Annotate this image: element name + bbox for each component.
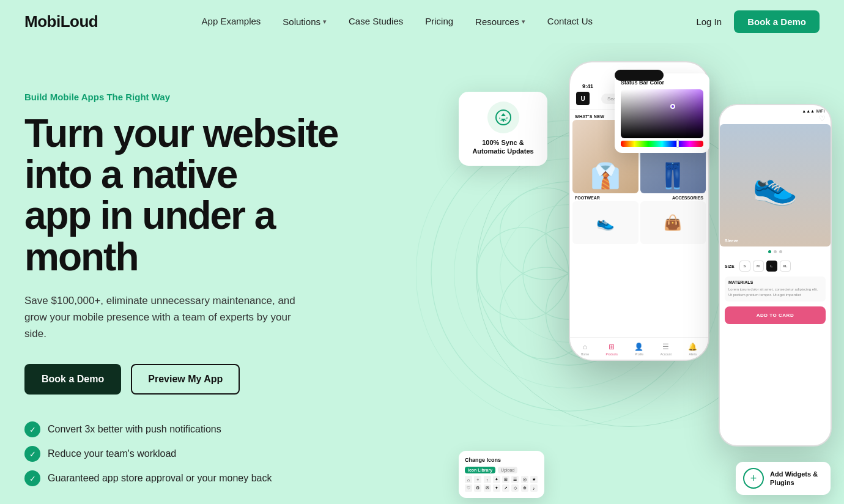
phone2-size-section: SIZE S M L XL MATERIALS Lorem ipsum dolo… <box>720 257 831 324</box>
nav-home: ⌂ Home <box>581 343 589 356</box>
nav-alerts: 🔔 Alerts <box>688 343 697 356</box>
hero-content: Build Mobile Apps The Right Way Turn you… <box>24 80 342 486</box>
phone-bag-icon <box>692 94 702 103</box>
icon-cell-5: ⊞ <box>502 476 509 483</box>
feature-label-3: Guaranteed app store approval or your mo… <box>48 473 272 484</box>
nav-links: App Examples Solutions Case Studies Pric… <box>202 16 593 27</box>
icon-cell-8: ★ <box>530 476 538 483</box>
feature-label-1: Convert 3x better with push notification… <box>48 424 221 435</box>
nav-profile: 👤 Profile <box>634 343 643 356</box>
sleeve-text: Sleeve <box>725 239 738 243</box>
feature-item-1: ✓ Convert 3x better with push notificati… <box>24 421 342 437</box>
icon-cell-9: ♡ <box>465 484 472 492</box>
nav-pricing[interactable]: Pricing <box>425 16 453 26</box>
icon-cell-14: ◇ <box>511 484 519 492</box>
top-wear-label: TOP WEAR <box>643 123 667 128</box>
hero-buttons: Book a Demo Preview My App <box>24 364 342 395</box>
hero-preview-app-button[interactable]: Preview My App <box>131 364 240 395</box>
phone-brand-logo: U <box>576 92 590 105</box>
svg-point-2 <box>523 228 615 319</box>
hero-tagline: Build Mobile Apps The Right Way <box>24 92 342 102</box>
size-xl: XL <box>780 261 791 272</box>
icon-cell-6: ☰ <box>511 476 519 483</box>
feature-item-2: ✓ Reduce your team's workload <box>24 446 342 462</box>
profile-icon: 👤 <box>634 343 643 351</box>
icons-grid: ⌂ + ↑ ✦ ⊞ ☰ ◎ ★ ♡ ⚙ ✉ ✦ ↗ ◇ ⊕ ♪ <box>465 476 538 492</box>
svg-point-9 <box>416 120 722 426</box>
change-icons-card: Change Icons Icon Library Upload ⌂ + ↑ ✦… <box>459 451 544 498</box>
check-icon-1: ✓ <box>24 421 40 437</box>
phone2-dots <box>720 246 831 257</box>
hero-title-line2: app in under a month <box>24 193 275 278</box>
hero-features: ✓ Convert 3x better with push notificati… <box>24 421 342 486</box>
phone-status-bar: 9:41 ●●● <box>570 80 708 89</box>
size-row: SIZE S M L XL <box>725 257 826 274</box>
check-icon-3: ✓ <box>24 470 40 486</box>
hero-book-demo-button[interactable]: Book a Demo <box>24 364 121 395</box>
phone2-hero-image: 👟 Sleeve <box>720 124 831 246</box>
nav-book-demo-button[interactable]: Book a Demo <box>734 10 820 33</box>
phone-content: WHAT'S NEW TOP WEAR FOOTWEAR ACCESSORIES… <box>570 109 708 246</box>
plus-icon: + <box>743 468 764 489</box>
color-picker-dot <box>670 104 675 109</box>
add-to-card-button[interactable]: ADD TO CARD <box>725 306 826 324</box>
color-spectrum <box>621 141 703 147</box>
login-link[interactable]: Log In <box>696 17 722 27</box>
phone-search: Search shoes <box>601 94 681 104</box>
nav-solutions[interactable]: Solutions <box>283 17 327 27</box>
dot-1 <box>768 250 771 253</box>
navbar: MobiLoud App Examples Solutions Case Stu… <box>0 0 844 43</box>
alerts-icon: 🔔 <box>688 343 697 351</box>
svg-point-1 <box>477 182 661 365</box>
phone-row-labels: FOOTWEAR ACCESSORIES <box>572 193 706 201</box>
shoe-tile-1: 👟 <box>572 201 639 244</box>
dot-3 <box>779 250 782 253</box>
size-l: L <box>766 261 777 272</box>
svg-point-12 <box>496 110 511 125</box>
upload-tab[interactable]: Upload <box>498 467 517 473</box>
phone-pants-image: TOP WEAR <box>640 120 706 193</box>
phone-main: 9:41 ●●● U Search shoes WHAT'S NEW TOP W… <box>569 61 709 361</box>
icon-cell-10: ⚙ <box>474 484 481 492</box>
nav-case-studies[interactable]: Case Studies <box>349 16 403 26</box>
hero-subtitle: Save $100,000+, eliminate unnecessary ma… <box>24 292 306 343</box>
icon-cell-13: ↗ <box>502 484 509 492</box>
svg-point-10 <box>454 159 684 388</box>
widgets-title: Add Widgets & Plugins <box>770 470 823 487</box>
nav-resources[interactable]: Resources <box>475 17 525 27</box>
footwear-label: FOOTWEAR <box>575 196 600 200</box>
dot-2 <box>774 250 777 253</box>
bg-pattern <box>416 120 722 426</box>
icon-cell-2: + <box>474 476 481 483</box>
hero-title-line1: Turn your website into a native <box>24 111 338 196</box>
size-s: S <box>739 261 750 272</box>
phone-notch <box>615 70 664 81</box>
heart-icon: ♡ <box>819 114 826 123</box>
icon-cell-3: ↑ <box>484 476 491 483</box>
svg-point-11 <box>500 205 638 343</box>
nav-app-examples[interactable]: App Examples <box>202 16 261 26</box>
materials-text: Lorem ipsum dolor sit amet, consectetur … <box>728 287 822 298</box>
nav-contact[interactable]: Contact Us <box>547 16 593 26</box>
svg-point-8 <box>500 267 592 359</box>
status-bar-card: Status Bar Color <box>615 73 709 153</box>
phone-grid-shoes: 👟 👜 <box>572 201 706 244</box>
hero-section: Build Mobile Apps The Right Way Turn you… <box>0 43 844 504</box>
materials-title: MATERIALS <box>728 280 822 284</box>
phone-top-bar: U Search shoes <box>570 89 708 109</box>
size-m: M <box>753 261 764 272</box>
sync-card-title: 100% Sync & Automatic Updates <box>468 138 538 156</box>
svg-point-4 <box>477 228 569 319</box>
add-widgets-card: + Add Widgets & Plugins <box>736 462 831 495</box>
icon-cell-12: ✦ <box>493 484 500 492</box>
whats-new-label: WHAT'S NEW <box>572 112 706 120</box>
svg-point-0 <box>431 136 706 411</box>
home-icon: ⌂ <box>583 343 587 351</box>
change-icons-title: Change Icons <box>465 457 501 463</box>
phone-bottom-nav: ⌂ Home ⊞ Products 👤 Profile ☰ Account 🔔 <box>570 337 708 360</box>
nav-products: ⊞ Products <box>605 343 618 356</box>
icon-library-tab[interactable]: Icon Library <box>465 467 495 473</box>
phone-time: 9:41 <box>582 83 593 89</box>
size-label: SIZE <box>725 264 735 269</box>
logo[interactable]: MobiLoud <box>24 12 98 31</box>
